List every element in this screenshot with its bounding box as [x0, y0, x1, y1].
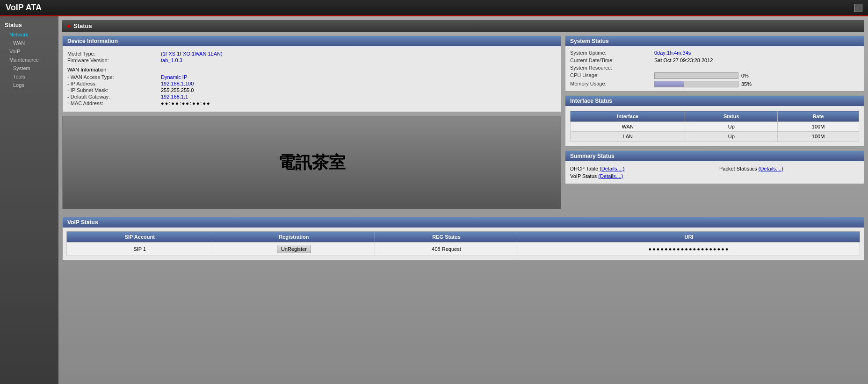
wan-access-label: - WAN Access Type: [67, 74, 161, 80]
model-type-row: Model Type: (1FXS 1FXO 1WAN 1LAN) [67, 51, 556, 57]
cell-rate: 100M [778, 132, 859, 142]
col-interface: Interface [571, 111, 685, 122]
col-reg-status: REG Status [375, 232, 518, 242]
voip-row: VoIP Status (Details....) [570, 173, 710, 179]
left-panel: Device Information Model Type: (1FXS 1FX… [62, 36, 561, 213]
dhcp-label: DHCP Table [570, 166, 598, 171]
cell-rate: 100M [778, 122, 859, 132]
ip-address-row: - IP Address: 192.168.1.100 [67, 81, 556, 86]
col-registration: Registration [213, 232, 375, 242]
dhcp-row: DHCP Table (Details....) [570, 166, 710, 171]
ip-address-value: 192.168.1.100 [161, 81, 194, 86]
datetime-label: Current Date/Time: [570, 57, 654, 63]
cell-reg-status: 408 Request [375, 242, 518, 256]
cell-status: Up [685, 132, 778, 142]
cell-status: Up [685, 122, 778, 132]
right-panel: System Status System Uptime: 0day:1h:4m:… [565, 36, 864, 213]
voip-status-header: VoIP Status [63, 217, 864, 228]
summary-status-header: Summary Status [565, 151, 864, 161]
firmware-row: Firmware Version: tab_1.0.3 [67, 57, 556, 63]
gateway-row: - Default Gateway: 192.168.1.1 [67, 94, 556, 100]
cpu-label: CPU Usage: [570, 72, 654, 79]
device-info-box: Device Information Model Type: (1FXS 1FX… [62, 36, 561, 112]
uptime-row: System Uptime: 0day:1h:4m:34s [565, 49, 864, 57]
memory-label: Memory Usage: [570, 81, 654, 87]
sidebar-item-logs[interactable]: Logs [0, 81, 58, 89]
top-bar-icon[interactable] [854, 4, 862, 12]
col-sip: SIP Account [67, 232, 213, 242]
interface-table: Interface Status Rate WANUp100MLANUp100M [570, 111, 859, 142]
memory-progress: 35% [654, 81, 752, 87]
gateway-label: - Default Gateway: [67, 94, 161, 100]
packet-link[interactable]: (Details....) [759, 166, 783, 171]
gateway-value: 192.168.1.1 [161, 94, 188, 100]
firmware-value: tab_1.0.3 [161, 57, 182, 63]
memory-bar-fill [655, 81, 684, 87]
cpu-row: CPU Usage: 0% [565, 71, 864, 80]
app-title: VoIP ATA [6, 3, 42, 13]
top-bar: VoIP ATA [0, 0, 868, 16]
ip-address-label: - IP Address: [67, 81, 161, 86]
sidebar-item-wan[interactable]: WAN [0, 39, 58, 47]
sidebar-item-tools[interactable]: Tools [0, 72, 58, 81]
cpu-progress: 0% [654, 72, 749, 79]
datetime-value: Sat Oct 27 09:23:28 2012 [654, 57, 859, 63]
mac-row: - MAC Address: ●●:●●:●●:●●:●● [67, 100, 556, 106]
voip-status-box: VoIP Status SIP Account Registration REG… [62, 217, 864, 260]
sidebar-item-status[interactable]: Status [0, 20, 58, 30]
cell-interface: LAN [571, 132, 685, 142]
col-status: Status [685, 111, 778, 122]
wan-info-label: WAN Information [67, 67, 556, 72]
packet-row: Packet Statistics (Details....) [719, 166, 859, 171]
resource-label: System Resource: [570, 65, 654, 71]
table-row: LANUp100M [571, 132, 859, 142]
firmware-label: Firmware Version: [67, 57, 161, 63]
cell-interface: WAN [571, 122, 685, 132]
uptime-label: System Uptime: [570, 50, 654, 56]
col-uri: URI [518, 232, 860, 242]
voip-table: SIP Account Registration REG Status URI … [66, 231, 860, 256]
voip-status-section: VoIP Status SIP Account Registration REG… [62, 217, 864, 260]
interface-status-box: Interface Status Interface Status Rate [565, 95, 864, 147]
system-status-box: System Status System Uptime: 0day:1h:4m:… [565, 36, 864, 92]
dhcp-link[interactable]: (Details....) [600, 166, 624, 171]
cell-uri: ●●●●●●●●●●●●●●●●●●●● [518, 242, 860, 256]
cell-sip-account: SIP 1 [67, 242, 213, 256]
wan-access-row: - WAN Access Type: Dynamic IP [67, 74, 556, 80]
table-row: SIP 1UnRegister408 Request●●●●●●●●●●●●●●… [67, 242, 860, 256]
unregister-button[interactable]: UnRegister [277, 245, 311, 253]
memory-bar-bg [654, 81, 738, 87]
page-header: Status [62, 20, 864, 32]
subnet-row: - IP Subnet Mask: 255.255.255.0 [67, 87, 556, 93]
summary-left: DHCP Table (Details....) VoIP Status (De… [570, 166, 710, 179]
voip-link[interactable]: (Details....) [598, 173, 623, 179]
voip-status-label: VoIP Status [570, 173, 597, 179]
main-content: Status Device Information Model Type: (1… [58, 16, 868, 384]
summary-right: Packet Statistics (Details....) [719, 166, 859, 179]
watermark: 電訊茶室 [62, 116, 561, 209]
sidebar-item-system[interactable]: System [0, 64, 58, 72]
uptime-value: 0day:1h:4m:34s [654, 50, 859, 56]
sidebar-item-maintenance[interactable]: Maintenance [0, 56, 58, 64]
col-rate: Rate [778, 111, 859, 122]
subnet-label: - IP Subnet Mask: [67, 87, 161, 93]
mac-label: - MAC Address: [67, 100, 161, 106]
summary-body: DHCP Table (Details....) VoIP Status (De… [565, 161, 864, 184]
model-type-value: (1FXS 1FXO 1WAN 1LAN) [161, 51, 223, 57]
datetime-row: Current Date/Time: Sat Oct 27 09:23:28 2… [565, 57, 864, 64]
watermark-text: 電訊茶室 [278, 151, 346, 174]
interface-status-header: Interface Status [565, 96, 864, 106]
model-type-label: Model Type: [67, 51, 161, 57]
subnet-value: 255.255.255.0 [161, 87, 194, 93]
cpu-bar-bg [654, 72, 738, 79]
memory-row: Memory Usage: 35% [565, 80, 864, 88]
sidebar: Status Network WAN VoIP Maintenance Syst… [0, 16, 58, 384]
sidebar-item-network[interactable]: Network [0, 30, 58, 39]
device-info-header: Device Information [63, 36, 561, 46]
device-info-body: Model Type: (1FXS 1FXO 1WAN 1LAN) Firmwa… [63, 46, 561, 112]
resource-row: System Resource: [565, 64, 864, 71]
wan-info-section: WAN Information - WAN Access Type: Dynam… [67, 67, 556, 106]
sidebar-item-voip[interactable]: VoIP [0, 47, 58, 56]
system-status-header: System Status [565, 36, 864, 46]
mac-value: ●●:●●:●●:●●:●● [161, 100, 211, 106]
